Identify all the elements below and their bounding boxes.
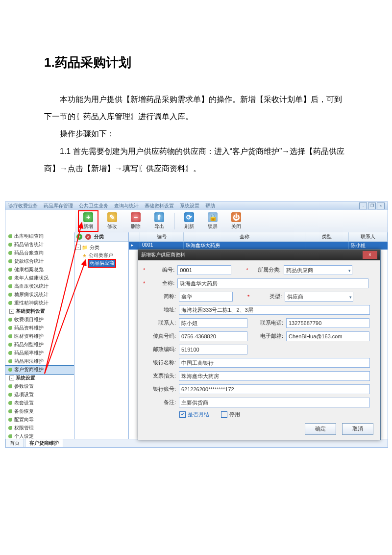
add-category-icon[interactable]: + [76,234,82,240]
grid-col: 编号 [140,232,184,241]
toolbar: +新增 ✎修改 −删除 ⇑导出 ⟳刷新 🔒锁屏 ⏻关闭 [75,210,388,233]
label-fax: 传真号码: [147,332,176,340]
sidebar-item[interactable]: 个人设定 [5,432,74,439]
sidebar-item[interactable]: 药品销售统计 [5,241,74,249]
grid-col: 类型 [305,232,349,241]
sidebar-item[interactable]: 选项设置 [5,391,74,399]
sidebar-item[interactable]: 重性精神病统计 [5,299,74,307]
grid-col [129,232,140,241]
cell-name: 珠海鑫华大药房 [184,242,305,250]
checkbox-disabled[interactable]: 停用 [221,411,240,418]
delete-button[interactable]: −删除 [126,211,146,231]
add-button[interactable]: +新增 [78,210,98,232]
add-label: 新增 [83,223,93,230]
label-bank: 银行名称: [147,359,176,366]
input-bank[interactable]: 中国工商银行 [179,358,370,368]
ok-button[interactable]: 确定 [305,423,336,435]
lock-button[interactable]: 🔒锁屏 [203,211,222,231]
refresh-button[interactable]: ⟳刷新 [179,211,199,231]
label-category: 所属分类: [248,266,281,274]
label-shortname: 简称: [147,293,176,300]
sidebar-item[interactable]: 货款综合统计 [5,257,74,266]
label-email: 电子邮箱: [251,332,283,340]
sidebar-item[interactable]: 医材资料维护 [5,332,74,341]
input-code[interactable]: 0001 [177,265,231,275]
export-button[interactable]: ⇑导出 [149,211,169,231]
restore-icon[interactable]: ❐ [368,202,376,209]
input-email[interactable]: ChenBiHua@163.com [286,331,369,341]
minimize-icon[interactable]: - [359,202,367,209]
label-address: 地址: [147,306,176,313]
input-fullname[interactable]: 珠海鑫华大药房 [177,278,368,288]
sidebar-item[interactable]: 健康档案总览 [5,266,74,274]
plus-icon: + [83,212,93,222]
tab-home[interactable]: 首页 [5,439,24,447]
sidebar-group[interactable]: -系统设置 [5,374,74,382]
pencil-icon: ✎ [107,212,117,222]
grid-col: 全称 [184,232,305,241]
sidebar-item[interactable]: 药品频率维护 [5,349,74,357]
label-phone: 联系电话: [251,319,283,327]
delete-category-icon[interactable]: × [85,234,91,240]
menu-item[interactable]: 查询与统计 [114,202,139,209]
input-contact[interactable]: 陈小姐 [179,318,247,328]
label-postcode: 邮政编码: [147,346,176,353]
menu-item[interactable]: 公共卫生业务 [79,202,108,209]
grid-row[interactable]: ▸ 0001 珠海鑫华大药房 陈小姐 [129,242,388,250]
label-account: 银行账号: [147,385,176,393]
input-address[interactable]: 海湾花园333号二栋1、2、3层 [179,305,370,315]
paragraph-2: 操作步骤如下： [44,125,348,142]
input-shortname[interactable]: 鑫华 [179,292,233,302]
sidebar-item[interactable]: 出库明细查询 [5,232,74,241]
close-label: 关闭 [231,223,241,230]
input-postcode[interactable]: 519100 [179,345,247,354]
sidebar-item[interactable]: 备份恢复 [5,407,74,416]
tree-root[interactable]: -📁分类 [75,244,127,252]
sidebar-item-supplier-maintain[interactable]: 客户货商维护 [5,366,74,374]
edit-button[interactable]: ✎修改 [102,211,122,231]
input-phone[interactable]: 13275687790 [286,318,369,328]
close-button[interactable]: ⏻关闭 [226,211,246,231]
input-cheque[interactable]: 珠海鑫华大药房 [179,371,370,381]
menu-item[interactable]: 药品库存管理 [44,202,73,209]
cell-id: 0001 [140,242,184,250]
menu-item[interactable]: 诊疗收费业务 [8,202,38,209]
sidebar-item[interactable]: 药品剂型维护 [5,341,74,349]
lock-label: 锁屏 [208,223,218,230]
menu-item[interactable]: 系统设置 [180,202,199,209]
input-account[interactable]: 621226200********172 [179,384,370,394]
checkbox-monthly[interactable]: ✔是否月结 [179,411,209,418]
grid-col: 联系人 [349,232,388,241]
sidebar-item[interactable]: 参数设置 [5,382,74,391]
sidebar: 出库明细查询 药品销售统计 药品台账查询 货款综合统计 健康档案总览 老年人健康… [5,232,74,439]
sidebar-item[interactable]: 糖尿病状况统计 [5,291,74,299]
menubar: 诊疗收费业务 药品库存管理 公共卫生业务 查询与统计 基础资料设置 系统设置 帮… [5,202,388,210]
menu-item[interactable]: 帮助 [205,202,215,209]
minus-icon: − [131,212,141,222]
tab-current[interactable]: 客户货商维护 [25,439,63,447]
sidebar-item[interactable]: 药品台账查询 [5,249,74,257]
body-text: 本功能为用户提供【新增药品采购需求单】的操作。新增【采收计划单】后，可到下一节的… [44,91,348,177]
close-icon[interactable]: × [377,202,385,209]
input-fax[interactable]: 0756-4368820 [179,331,247,341]
sidebar-item[interactable]: 药品资料维护 [5,324,74,332]
dialog-close-icon[interactable]: × [363,251,377,259]
sidebar-item[interactable]: 老年人健康状况 [5,274,74,282]
sidebar-item[interactable]: 收费项目维护 [5,316,74,324]
sidebar-item[interactable]: 药品用法维护 [5,357,74,366]
star-icon: ★ [82,253,87,257]
sidebar-group[interactable]: -基础资料设置 [5,307,74,316]
sidebar-item[interactable]: 权限管理 [5,424,74,432]
combo-category[interactable]: 药品供应商 [284,265,352,275]
tree-node-supplier[interactable]: ★药品供应商 [75,259,127,267]
tree-node[interactable]: ★公司类客户 [75,252,127,259]
cancel-button[interactable]: 取消 [342,423,373,435]
sidebar-item[interactable]: 配置向导 [5,416,74,424]
menu-item[interactable]: 基础资料设置 [145,202,174,209]
sidebar-item[interactable]: 高血压状况统计 [5,282,74,291]
combo-type[interactable]: 供应商 [285,292,353,302]
input-memo[interactable]: 主要供货商 [179,398,370,407]
folder-icon: 📁 [82,245,88,250]
app-window: 诊疗收费业务 药品库存管理 公共卫生业务 查询与统计 基础资料设置 系统设置 帮… [5,202,388,448]
sidebar-item[interactable]: 表套设置 [5,399,74,407]
